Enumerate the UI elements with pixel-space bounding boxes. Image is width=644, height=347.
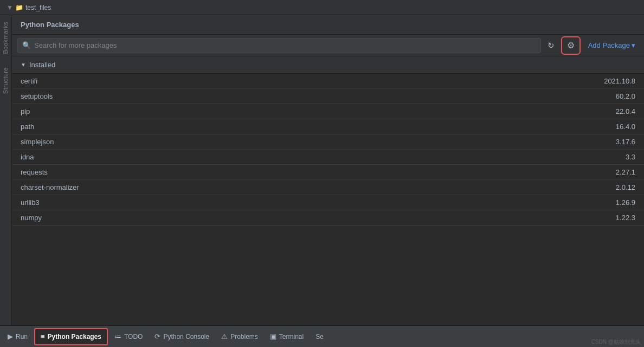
toolbar: 🔍 ↻ ⚙ Add Package ▾ [12, 35, 644, 56]
tab-terminal[interactable]: ▣ Terminal [265, 328, 309, 345]
table-row[interactable]: idna 3.3 [12, 150, 644, 165]
table-row[interactable]: urllib3 1.26.9 [12, 195, 644, 210]
left-side-tabs: Bookmarks Structure [0, 15, 12, 325]
installed-section-header: ▼ Installed [12, 56, 644, 74]
refresh-icon: ↻ [548, 41, 555, 50]
package-version: 22.0.4 [616, 107, 635, 115]
package-rows-container: certifi 2021.10.8 setuptools 60.2.0 pip … [12, 74, 644, 226]
gear-icon: ⚙ [567, 40, 575, 50]
package-version: 2.27.1 [616, 168, 635, 176]
table-row[interactable]: pip 22.0.4 [12, 104, 644, 119]
search-container: 🔍 [17, 38, 541, 53]
package-name: certifi [21, 77, 37, 85]
watermark: CSDN @姑娘别充头 [588, 337, 644, 347]
package-list: ▼ Installed certifi 2021.10.8 setuptools… [12, 56, 644, 325]
tab-run[interactable]: ▶ Run [2, 328, 33, 345]
panel-title-text: Python Packages [21, 21, 79, 29]
installed-label: Installed [29, 61, 55, 69]
package-version: 60.2.0 [616, 92, 635, 100]
tab-se-label: Se [315, 333, 324, 340]
tab-python-console-label: Python Console [163, 333, 209, 340]
add-package-chevron: ▾ [632, 41, 635, 49]
package-version: 2.0.12 [616, 183, 635, 191]
sidebar-item-structure[interactable]: Structure [0, 61, 11, 100]
problems-icon: ⚠ [221, 332, 228, 340]
package-version: 2021.10.8 [604, 77, 635, 85]
add-package-button[interactable]: Add Package ▾ [585, 39, 639, 52]
package-name: numpy [21, 214, 42, 222]
main-layout: Bookmarks Structure Python Packages 🔍 ↻ … [0, 15, 644, 325]
search-icon: 🔍 [22, 41, 31, 49]
table-row[interactable]: numpy 1.22.3 [12, 210, 644, 226]
table-row[interactable]: certifi 2021.10.8 [12, 74, 644, 89]
python-packages-icon: ≡ [41, 332, 45, 340]
tab-python-console[interactable]: ⟳ Python Console [149, 328, 215, 345]
tab-terminal-label: Terminal [279, 333, 304, 340]
package-version: 1.22.3 [616, 214, 635, 222]
search-input[interactable] [34, 41, 536, 49]
package-name: requests [21, 168, 48, 176]
tab-todo[interactable]: ≔ TODO [109, 328, 148, 345]
package-version: 3.17.6 [616, 138, 635, 146]
package-name: urllib3 [21, 198, 40, 207]
breadcrumb-chevron: ▼ [7, 4, 13, 11]
packages-panel: Python Packages 🔍 ↻ ⚙ Add Package ▾ ▼ [12, 15, 644, 325]
tab-python-packages-label: Python Packages [48, 333, 101, 340]
panel-title: Python Packages [12, 15, 644, 35]
add-package-label: Add Package [588, 41, 630, 49]
python-console-icon: ⟳ [154, 332, 160, 340]
package-name: simplejson [21, 138, 54, 146]
tab-todo-label: TODO [124, 333, 143, 340]
table-row[interactable]: setuptools 60.2.0 [12, 89, 644, 104]
refresh-button[interactable]: ↻ [545, 38, 557, 53]
todo-icon: ≔ [114, 332, 121, 340]
package-name: charset-normalizer [21, 183, 79, 191]
tab-run-label: Run [16, 333, 28, 340]
tab-python-packages[interactable]: ≡ Python Packages [34, 328, 108, 345]
folder-name: test_files [25, 4, 51, 11]
folder-icon: 📁 [15, 4, 23, 11]
installed-chevron-icon: ▼ [21, 62, 26, 68]
top-bar: ▼ 📁 test_files [0, 0, 644, 15]
table-row[interactable]: simplejson 3.17.6 [12, 134, 644, 150]
tab-se[interactable]: Se [310, 328, 329, 345]
table-row[interactable]: path 16.4.0 [12, 119, 644, 134]
settings-button[interactable]: ⚙ [561, 36, 581, 55]
tab-problems-label: Problems [230, 333, 258, 340]
package-name: pip [21, 107, 30, 115]
package-name: path [21, 123, 34, 131]
package-version: 16.4.0 [616, 123, 635, 131]
run-play-icon: ▶ [8, 332, 13, 340]
sidebar-item-bookmarks[interactable]: Bookmarks [0, 15, 11, 61]
package-name: setuptools [21, 92, 53, 100]
terminal-icon: ▣ [270, 332, 276, 340]
table-row[interactable]: charset-normalizer 2.0.12 [12, 180, 644, 195]
package-name: idna [21, 153, 34, 161]
package-version: 3.3 [626, 153, 635, 161]
table-row[interactable]: requests 2.27.1 [12, 165, 644, 180]
bottom-bar: ▶ Run ≡ Python Packages ≔ TODO ⟳ Python … [0, 325, 644, 347]
package-version: 1.26.9 [616, 198, 635, 207]
tab-problems[interactable]: ⚠ Problems [216, 328, 263, 345]
